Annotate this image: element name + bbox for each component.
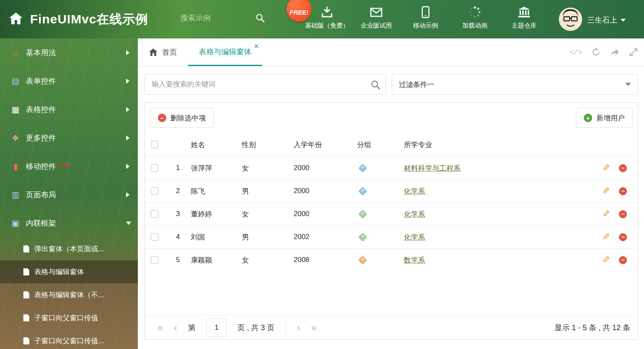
- sidebar-item-basic-usage[interactable]: ⌂ 基本用法: [0, 38, 138, 67]
- nav-label: 企业版试用: [361, 22, 392, 30]
- sidebar-subitem-child-to-parent[interactable]: 子窗口向父窗口传值: [0, 306, 138, 329]
- header-search-input[interactable]: [180, 14, 235, 23]
- major-link[interactable]: 材料科学与工程系: [404, 164, 461, 172]
- chevron-right-icon: [126, 192, 129, 197]
- delete-icon[interactable]: −: [619, 164, 627, 172]
- nav-label: 主题仓库: [512, 22, 537, 30]
- user-menu[interactable]: 三生石上: [587, 15, 626, 25]
- delete-selected-button[interactable]: − 删除选中项: [150, 108, 214, 128]
- chevron-right-icon: [126, 107, 129, 112]
- row-checkbox[interactable]: [151, 256, 158, 264]
- col-gender: 性别: [240, 140, 292, 150]
- code-icon[interactable]: </>: [569, 48, 582, 56]
- user-avatar[interactable]: [559, 8, 582, 31]
- major-link[interactable]: 化学系: [404, 233, 425, 241]
- cell-name: 张萍萍: [189, 163, 240, 173]
- nav-label: 移动示例: [413, 22, 438, 30]
- edit-icon[interactable]: ✎: [602, 232, 610, 242]
- delete-icon[interactable]: −: [619, 233, 627, 241]
- edit-icon[interactable]: ✎: [602, 209, 610, 219]
- app-window: FineUIMvc在线示例 FREE! 基础版（免费） 企业版试用: [0, 0, 644, 349]
- select-all-checkbox[interactable]: [151, 141, 158, 148]
- sidebar-subitem-grid-edit-window[interactable]: 表格与编辑窗体: [0, 260, 138, 283]
- cell-year: 2000: [292, 210, 355, 218]
- download-icon: [321, 6, 333, 18]
- col-group: 分组: [355, 140, 402, 150]
- delete-icon[interactable]: −: [619, 210, 627, 218]
- delete-icon[interactable]: −: [619, 187, 627, 195]
- table-row: 1张萍萍女2000材料科学与工程系✎−: [145, 156, 638, 179]
- file-icon: [23, 245, 29, 252]
- row-number: 4: [165, 233, 189, 241]
- search-icon[interactable]: [256, 13, 265, 23]
- row-checkbox[interactable]: [151, 187, 158, 195]
- tag-icon: [358, 232, 367, 241]
- filter-row: 过滤条件一: [145, 74, 638, 95]
- sidebar-item-table-controls[interactable]: ▦ 表格控件: [0, 95, 138, 124]
- next-page-icon[interactable]: ›: [297, 322, 300, 334]
- home-icon[interactable]: [8, 12, 23, 25]
- row-number: 1: [165, 164, 189, 172]
- header-nav: 基础版（免费） 企业版试用 移动示例: [302, 4, 549, 30]
- nav-label: 加载动画: [462, 22, 487, 30]
- sidebar-subitem-popup-window[interactable]: 弹出窗体（本页面或...: [0, 237, 138, 260]
- tab-close-icon[interactable]: ✕: [254, 43, 259, 50]
- add-user-button[interactable]: + 新增用户: [576, 108, 633, 128]
- row-checkbox[interactable]: [151, 164, 158, 172]
- expand-icon[interactable]: [629, 48, 638, 57]
- table-row: 2陈飞男2000化学系✎−: [145, 179, 638, 202]
- sidebar-item-page-layout[interactable]: ▥ 页面布局: [0, 181, 138, 209]
- file-icon: [23, 337, 29, 344]
- mail-icon: [370, 6, 383, 18]
- page-number-input[interactable]: [206, 318, 226, 337]
- nav-theme-store[interactable]: 主题仓库: [499, 4, 549, 30]
- nav-loading-animation[interactable]: 加载动画: [450, 4, 499, 30]
- sidebar-subitem-grid-edit-window-2[interactable]: 表格与编辑窗体（不...: [0, 283, 138, 306]
- spinner-icon: [469, 6, 481, 18]
- prev-page-icon[interactable]: ‹: [174, 322, 177, 334]
- major-link[interactable]: 化学系: [404, 187, 425, 195]
- cell-gender: 男: [240, 232, 292, 242]
- share-icon[interactable]: [610, 48, 620, 57]
- row-checkbox[interactable]: [151, 210, 158, 218]
- edit-icon[interactable]: ✎: [602, 255, 610, 265]
- major-link[interactable]: 数学系: [404, 256, 425, 264]
- delete-icon[interactable]: −: [619, 256, 627, 264]
- cell-year: 2000: [292, 187, 355, 195]
- tab-tools: </>: [569, 38, 638, 66]
- refresh-icon[interactable]: [591, 48, 601, 57]
- file-icon: [23, 268, 29, 275]
- tab-home[interactable]: 首页: [138, 38, 188, 66]
- major-link[interactable]: 化学系: [404, 210, 425, 218]
- last-page-icon[interactable]: »: [311, 322, 316, 334]
- cell-name: 康颖颖: [189, 255, 240, 265]
- edit-icon[interactable]: ✎: [602, 186, 610, 196]
- chevron-right-icon: [126, 135, 129, 140]
- sidebar-item-more-controls[interactable]: ❖ 更多控件: [0, 124, 138, 152]
- divider: [285, 322, 286, 333]
- sidebar-item-mobile-controls[interactable]: ▮ 移动控件 Corp.: [0, 152, 138, 181]
- table-row: 4刘国男2002化学系✎−: [145, 225, 638, 248]
- edit-icon[interactable]: ✎: [602, 163, 610, 173]
- data-table: 姓名 性别 入学年份 分组 所学专业 1张萍萍女2000材料科学与工程系✎−2陈…: [145, 133, 638, 271]
- sidebar-item-inline-frame[interactable]: ▣ 内联框架: [0, 209, 138, 237]
- filter-dropdown[interactable]: 过滤条件一: [392, 74, 638, 95]
- nav-mobile-demo[interactable]: 移动示例: [401, 4, 450, 30]
- sidebar-subitem-child-to-parent-2[interactable]: 子窗口向父窗口传值...: [0, 329, 138, 349]
- table-row: 5康颖颖女2008数学系✎−: [145, 248, 638, 271]
- keyword-search-input[interactable]: [145, 74, 385, 94]
- nav-basic-free[interactable]: 基础版（免费）: [302, 4, 352, 30]
- first-page-icon[interactable]: «: [157, 322, 163, 334]
- app-title: FineUIMvc在线示例: [30, 11, 148, 28]
- row-checkbox[interactable]: [151, 233, 158, 241]
- row-number: 3: [165, 210, 189, 218]
- tab-grid-edit-window[interactable]: 表格与编辑窗体 ✕: [188, 38, 262, 66]
- sidebar-item-form-controls[interactable]: ▤ 表单控件: [0, 67, 138, 95]
- grid-panel: − 删除选中项 + 新增用户 姓名 性别 入学年份 分组 所学专业: [145, 102, 638, 340]
- search-icon[interactable]: [370, 80, 380, 90]
- header-search[interactable]: [180, 13, 264, 23]
- table-icon: ▦: [10, 104, 21, 115]
- home-icon: [149, 48, 158, 56]
- cell-name: 董婷婷: [189, 209, 240, 219]
- nav-enterprise-trial[interactable]: 企业版试用: [352, 4, 401, 30]
